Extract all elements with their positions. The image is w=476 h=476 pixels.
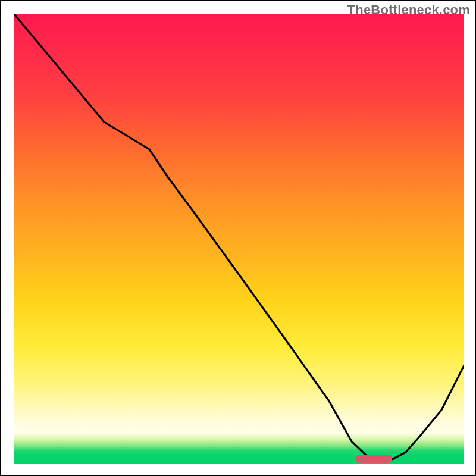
chart-frame: TheBottleneck.com [0, 0, 476, 476]
plot-area [14, 14, 464, 464]
curve-path [14, 14, 464, 459]
optimal-range-marker [355, 455, 392, 463]
bottleneck-curve [14, 14, 464, 464]
watermark-text: TheBottleneck.com [347, 2, 470, 18]
